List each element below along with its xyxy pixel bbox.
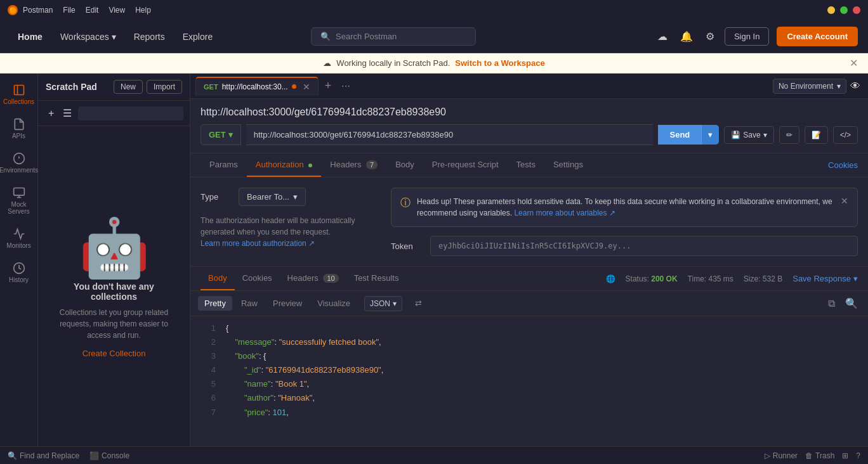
response-size: Size: 532 B [744,274,782,283]
nav-reports[interactable]: Reports [126,28,173,46]
nav-home[interactable]: Home [10,28,50,46]
environment-selector[interactable]: No Environment ▾ [773,79,846,94]
url-input[interactable] [246,124,654,145]
cookies-link[interactable]: Cookies [828,160,858,170]
settings-icon-button[interactable]: ⚙ [703,28,717,45]
send-dropdown-button[interactable]: ▾ [701,125,719,145]
auth-left-panel: Type Bearer To... ▾ The authorization he… [201,188,378,256]
auth-type-selector[interactable]: Bearer To... ▾ [239,188,306,206]
chevron-down-icon: ▾ [293,192,298,202]
sidebar-filter-icon-button[interactable]: ☰ [60,105,74,122]
new-button[interactable]: New [114,80,143,94]
sidebar-search-input[interactable] [78,106,183,120]
sidebar-empty-state: 🤖 You don't have any collections Collect… [38,126,190,446]
help-icon-button[interactable]: ? [856,451,860,460]
create-account-button[interactable]: Create Account [777,27,858,46]
sidebar-item-history[interactable]: History [3,257,36,288]
environment-eye-icon-button[interactable]: 👁 [848,78,863,94]
sidebar-item-apis[interactable]: APIs [3,113,36,145]
auth-warning-close-button[interactable]: ✕ [841,196,848,206]
menu-view[interactable]: View [109,6,125,15]
minimize-button[interactable] [827,6,835,14]
topnav: Home Workspaces ▾ Reports Explore 🔍 Sear… [0,20,868,53]
request-area: http://localhost:3000/get/61769941dc8823… [190,99,868,153]
copy-icon-button[interactable]: ⧉ [825,295,838,312]
globe-icon: 🌐 [606,274,615,283]
format-type-selector[interactable]: JSON ▾ [364,296,402,311]
banner-close-button[interactable]: ✕ [850,57,858,69]
resp-tab-test-results[interactable]: Test Results [346,267,407,290]
bottom-right-actions: ▷ Runner 🗑 Trash ⊞ ? [765,451,860,460]
response-status-bar: 🌐 Status: 200 OK Time: 435 ms Size: 532 … [606,274,858,283]
svg-rect-5 [13,188,24,196]
trash-button[interactable]: 🗑 Trash [805,451,834,460]
save-button[interactable]: 💾 Save ▾ [724,126,773,144]
auth-area: Type Bearer To... ▾ The authorization he… [190,177,868,267]
method-selector[interactable]: GET ▾ [201,124,241,145]
json-line-7: 7 "price": 101, [201,406,858,420]
format-raw-button[interactable]: Raw [235,296,264,311]
tab-headers[interactable]: Headers 7 [321,153,386,177]
format-visualize-button[interactable]: Visualize [311,296,357,311]
status-badge: Status: 200 OK [626,274,678,283]
layout-icon-button[interactable]: ⊞ [842,451,848,460]
auth-right-panel: ⓘ Heads up! These parameters hold sensit… [391,188,858,256]
wrap-icon-button[interactable]: ⇄ [409,296,428,311]
environment-label: No Environment [779,82,833,91]
search-icon-button[interactable]: 🔍 [843,295,860,312]
response-body-area: Pretty Raw Preview Visualize JSON ▾ ⇄ ⧉ … [190,291,868,446]
sidebar-item-monitors[interactable]: Monitors [3,222,36,254]
menu-file[interactable]: File [63,6,75,15]
format-pretty-button[interactable]: Pretty [198,296,232,311]
sign-in-button[interactable]: Sign In [725,27,769,46]
auth-warning-text: Heads up! These parameters hold sensitiv… [417,196,834,219]
tab-authorization[interactable]: Authorization [247,153,322,177]
runner-button[interactable]: ▷ Runner [765,451,798,460]
tab-tests[interactable]: Tests [508,153,544,177]
search-bar[interactable]: 🔍 Search Postman [311,27,476,46]
sidebar-item-environments[interactable]: Environments [3,147,36,179]
menu-help[interactable]: Help [135,6,151,15]
save-response-button[interactable]: Save Response ▾ [792,274,858,283]
note-icon-button[interactable]: 📝 [805,126,828,144]
resp-tab-cookies[interactable]: Cookies [235,267,280,290]
response-tabs: Body Cookies Headers 10 Test Results 🌐 S… [190,267,868,291]
close-button[interactable] [853,6,860,14]
tab-close-icon[interactable]: ✕ [303,82,310,92]
maximize-button[interactable] [840,6,848,14]
create-collection-link[interactable]: Create Collection [82,349,146,358]
tab-params[interactable]: Params [201,153,247,177]
edit-icon-button[interactable]: ✏ [779,126,799,144]
sidebar-add-icon-button[interactable]: + [46,105,56,122]
token-value[interactable]: eyJhbGciOiJIUzI1NiIsInR5cCI6IkpXVCJ9.ey.… [430,236,858,256]
tab-settings[interactable]: Settings [544,153,592,177]
nav-workspaces[interactable]: Workspaces ▾ [53,28,124,46]
auth-learn-more-link[interactable]: Learn more about authorization ↗ [201,239,315,248]
import-button[interactable]: Import [147,80,182,94]
sidebar-item-mock-servers[interactable]: Mock Servers [3,181,36,220]
format-preview-button[interactable]: Preview [266,296,308,311]
tab-more-button[interactable]: ⋯ [338,81,354,91]
nav-explore[interactable]: Explore [175,28,220,46]
authorization-active-dot [308,164,312,167]
resp-tab-body[interactable]: Body [201,267,235,290]
tab-0[interactable]: GET http://localhost:30... ✕ [195,77,319,96]
code-icon-button[interactable]: </> [833,126,858,144]
tab-pre-request-script[interactable]: Pre-request Script [423,153,508,177]
json-viewer: 1{ 2 "message": "successfully fetched bo… [190,316,868,446]
find-replace-button[interactable]: 🔍 Find and Replace [8,451,79,460]
sidebar-title: Scratch Pad [46,82,97,92]
json-line-5: 5 "name": "Book 1", [201,377,858,391]
cloud-icon-button[interactable]: ☁ [655,28,670,45]
notification-icon-button[interactable]: 🔔 [678,28,695,45]
switch-workspace-link[interactable]: Switch to a Workspace [455,58,544,68]
console-button[interactable]: ⬛ Console [89,451,129,460]
tab-add-button[interactable]: + [320,79,337,93]
sidebar-item-collections[interactable]: Collections [3,79,36,110]
format-right-actions: ⧉ 🔍 [825,295,860,312]
auth-warning-link[interactable]: Learn more about variables ↗ [514,209,615,217]
resp-tab-headers[interactable]: Headers 10 [280,267,346,290]
menu-edit[interactable]: Edit [86,6,99,15]
send-button[interactable]: Send [658,125,701,145]
tab-body[interactable]: Body [386,153,423,177]
